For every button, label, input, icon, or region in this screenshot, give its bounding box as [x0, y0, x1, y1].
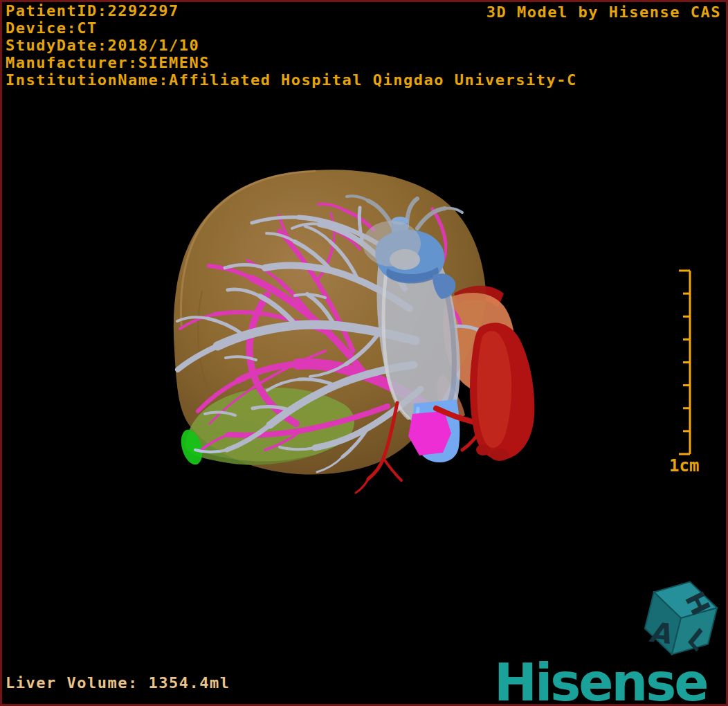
aorta	[470, 323, 534, 461]
scale-bar-label: 1cm	[669, 456, 699, 476]
aorta-lump	[476, 444, 490, 455]
hisense-wordmark: Hisense	[494, 653, 707, 706]
3d-viewport[interactable]: H A L	[0, 0, 728, 706]
scale-bar	[679, 271, 690, 454]
vessel-branch	[356, 479, 368, 493]
viewer-window: H A L PatientID:2292297 Device:CT StudyD…	[0, 0, 728, 706]
aorta-lump	[490, 449, 509, 461]
institution-text: InstitutionName:Affiliated Hospital Qing…	[6, 71, 577, 89]
study-date-text: StudyDate:2018/1/10	[6, 37, 577, 54]
manufacturer-text: Manufacturer:SIEMENS	[6, 54, 577, 71]
liver-volume-text: Liver Volume: 1354.4ml	[6, 674, 230, 691]
model-credit-text: 3D Model by Hisense CAS	[486, 3, 721, 21]
vessel-branch	[383, 458, 401, 480]
hal-cube-logo: H A L	[640, 574, 722, 662]
scale-bar-ticks	[679, 271, 690, 454]
device-text: Device:CT	[6, 19, 577, 37]
liver-model	[174, 170, 535, 493]
